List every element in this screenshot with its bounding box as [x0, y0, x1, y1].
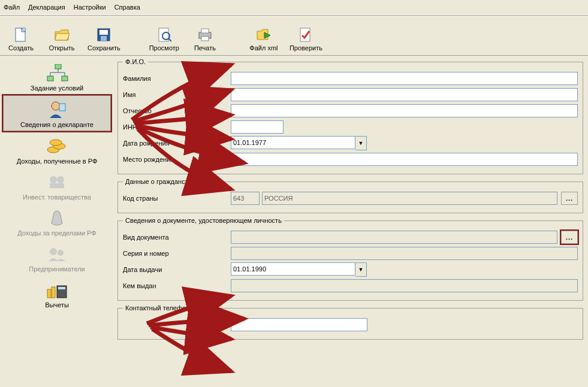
menu-help[interactable]: Справка [114, 4, 140, 11]
svg-point-27 [50, 140, 62, 146]
preview-icon [156, 26, 173, 43]
coins-icon [3, 136, 111, 156]
svg-rect-18 [62, 76, 68, 81]
doc-serial-input[interactable] [231, 247, 578, 260]
dob-dropdown-button[interactable]: ▼ [355, 136, 367, 150]
svg-point-23 [52, 102, 60, 110]
doc-date-input[interactable] [231, 262, 355, 276]
country-name-input [262, 192, 557, 205]
export-xml-icon [255, 26, 272, 43]
fio-group: Ф.И.О. Фамилия Имя Отчество ИНН Дата рож… [117, 58, 583, 174]
doc-type-input [231, 231, 557, 244]
sidebar: Задание условий Сведения о декларанте До… [0, 56, 114, 387]
money-bag-icon [3, 208, 111, 228]
phone-input[interactable] [231, 318, 367, 331]
tb-print[interactable]: Печать [190, 26, 220, 52]
tb-preview[interactable]: Просмотр [149, 26, 179, 52]
side-invest: Инвест. товарищества [2, 168, 112, 203]
doc-serial-label: Серия и номер [123, 250, 231, 257]
svg-rect-6 [101, 36, 107, 41]
toolbar: Создать Открыть Сохранить Просмотр Печат… [0, 15, 588, 56]
doc-date-dropdown-button[interactable]: ▼ [355, 262, 367, 277]
svg-rect-36 [52, 287, 55, 298]
citizenship-group: Данные о гражданстве Код страны ... [117, 178, 583, 213]
doc-date-label: Дата выдачи [123, 266, 231, 273]
tb-check[interactable]: Проверить [290, 26, 322, 52]
svg-rect-24 [59, 104, 65, 111]
form-area: Ф.И.О. Фамилия Имя Отчество ИНН Дата рож… [114, 56, 588, 387]
svg-point-31 [50, 248, 57, 255]
person-icon [5, 99, 109, 120]
name-label: Имя [123, 91, 231, 98]
svg-rect-15 [300, 28, 310, 41]
svg-rect-5 [99, 30, 108, 35]
name-input[interactable] [231, 88, 578, 101]
inn-label: ИНН [123, 123, 231, 131]
pob-label: Место рождения [123, 156, 231, 163]
patronymic-label: Отчество [123, 107, 231, 114]
svg-point-28 [50, 176, 57, 183]
patronymic-input[interactable] [231, 104, 578, 117]
side-income-rf[interactable]: Доходы, полученные в РФ [2, 132, 112, 167]
svg-rect-34 [58, 287, 65, 289]
country-code-label: Код страны [123, 195, 231, 202]
svg-rect-16 [55, 64, 61, 69]
doc-type-label: Вид документа [123, 234, 231, 241]
handshake-icon [3, 172, 111, 192]
surname-label: Фамилия [123, 75, 231, 82]
doc-issuer-label: Кем выдан [123, 282, 231, 289]
menu-bar: Файл Декларация Настройки Справка [0, 0, 588, 15]
doc-issuer-input[interactable] [231, 279, 578, 292]
menu-declaration[interactable]: Декларация [28, 4, 65, 11]
tree-icon [3, 63, 111, 83]
team-icon [3, 244, 111, 264]
pob-input[interactable] [231, 153, 578, 166]
doc-type-browse-button[interactable]: ... [561, 231, 578, 244]
svg-point-32 [58, 250, 64, 256]
menu-settings[interactable]: Настройки [74, 4, 106, 11]
side-deductions[interactable]: Вычеты [2, 276, 112, 311]
svg-rect-35 [47, 289, 51, 298]
inn-input[interactable] [231, 120, 284, 134]
svg-line-9 [168, 38, 171, 41]
save-disk-icon [95, 26, 112, 43]
tb-file-xml[interactable]: Файл xml [249, 26, 279, 52]
svg-rect-17 [47, 76, 53, 81]
side-income-abroad: Доходы за пределами РФ [2, 204, 112, 239]
side-declarant[interactable]: Сведения о декларанте [3, 95, 111, 131]
side-entrepreneurs: Предприниматели [2, 240, 112, 275]
dob-label: Дата рождения [123, 140, 231, 147]
new-file-icon [13, 26, 29, 43]
tb-open[interactable]: Открыть [47, 26, 77, 52]
svg-rect-30 [50, 183, 64, 188]
svg-marker-3 [55, 34, 70, 40]
menu-file[interactable]: Файл [4, 4, 20, 11]
check-icon [297, 26, 314, 43]
calculator-icon [3, 280, 111, 300]
svg-point-29 [57, 176, 64, 183]
country-code-input [231, 192, 260, 205]
svg-rect-11 [201, 29, 209, 33]
surname-input[interactable] [231, 72, 578, 85]
tb-save[interactable]: Сохранить [88, 26, 120, 52]
tb-create[interactable]: Создать [6, 26, 36, 52]
side-conditions[interactable]: Задание условий [2, 59, 112, 94]
open-folder-icon [53, 26, 70, 43]
svg-rect-12 [201, 37, 209, 41]
document-group: Сведения о документе, удостоверяющем лич… [117, 217, 583, 301]
country-browse-button[interactable]: ... [561, 192, 578, 205]
dob-input[interactable] [231, 136, 355, 149]
printer-icon [197, 26, 213, 43]
phone-group: Контактный телефон [117, 304, 583, 340]
